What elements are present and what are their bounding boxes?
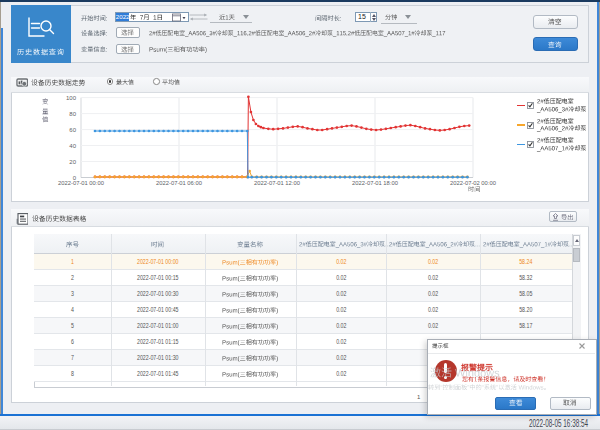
svg-text:100: 100: [66, 95, 77, 101]
svg-text:2022-07-01 18:00: 2022-07-01 18:00: [352, 180, 398, 186]
svg-text:20: 20: [69, 159, 76, 165]
svg-text:40: 40: [69, 143, 76, 149]
svg-text:80: 80: [69, 111, 76, 117]
svg-text:60: 60: [69, 127, 76, 133]
svg-text:2022-07-01 00:00: 2022-07-01 00:00: [58, 180, 104, 186]
svg-text:2022-07-01 06:00: 2022-07-01 06:00: [156, 180, 202, 186]
svg-text:2022-07-01 12:00: 2022-07-01 12:00: [254, 180, 300, 186]
